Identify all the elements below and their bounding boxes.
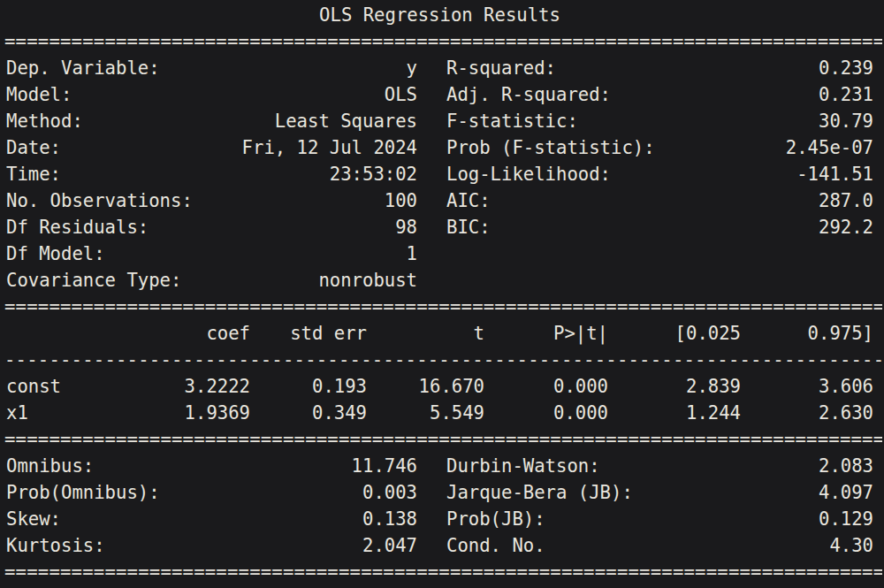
- diag-value: 11.746: [352, 453, 417, 479]
- coef-header-name: [6, 320, 121, 347]
- separator-double-bottom: ========================================…: [4, 559, 882, 585]
- diag-label: Skew:: [6, 506, 61, 532]
- coef-table-row-const: const 3.2222 0.193 16.670 0.000 2.839 3.…: [6, 373, 873, 400]
- info-label: Df Residuals:: [6, 214, 149, 241]
- diag-label: Omnibus:: [6, 453, 94, 479]
- info-row-method: Method: Least Squares F-statistic: 30.79: [6, 108, 873, 134]
- info-value: -141.51: [796, 161, 873, 187]
- coef-t: 16.670: [367, 373, 484, 400]
- info-label: Date:: [6, 134, 61, 161]
- coef-header-coef: coef: [121, 320, 250, 347]
- diag-value: 0.003: [362, 479, 417, 506]
- info-value: Least Squares: [275, 108, 417, 134]
- info-row-time: Time: 23:53:02 Log-Likelihood: -141.51: [6, 161, 873, 187]
- diag-label: Prob(JB):: [446, 506, 545, 532]
- coef-value: 1.9369: [121, 400, 250, 426]
- info-label: No. Observations:: [6, 187, 193, 214]
- diag-label: Cond. No.: [446, 532, 545, 559]
- info-row-dep-variable: Dep. Variable: y R-squared: 0.239: [6, 55, 873, 81]
- coef-table-header-row: coef std err t P>|t| [0.025 0.975]: [6, 320, 873, 347]
- diag-value: 4.30: [829, 532, 873, 559]
- info-value: 292.2: [819, 214, 873, 241]
- info-row-df-model: Df Model: 1: [6, 241, 873, 267]
- info-label: Dep. Variable:: [6, 55, 160, 81]
- diag-label: Kurtosis:: [6, 532, 105, 559]
- info-row-date: Date: Fri, 12 Jul 2024 Prob (F-statistic…: [6, 134, 873, 161]
- ols-summary-report: OLS Regression Results =================…: [0, 0, 884, 588]
- diag-value: 0.129: [819, 506, 873, 532]
- info-value: OLS: [385, 81, 417, 108]
- diag-row-omnibus: Omnibus: 11.746 Durbin-Watson: 2.083: [6, 453, 873, 479]
- info-value: 23:53:02: [330, 161, 417, 187]
- info-label: Adj. R-squared:: [446, 81, 611, 108]
- info-label: Model:: [6, 81, 72, 108]
- separator-double-mid2: ========================================…: [4, 426, 882, 453]
- info-row-df-residuals: Df Residuals: 98 BIC: 292.2: [6, 214, 873, 241]
- coef-std-err: 0.349: [250, 400, 367, 426]
- diag-value: 2.083: [819, 453, 873, 479]
- coef-p: 0.000: [484, 373, 608, 400]
- coef-t: 5.549: [367, 400, 484, 426]
- coef-header-std-err: std err: [250, 320, 367, 347]
- info-label: Method:: [6, 108, 83, 134]
- info-value: 2.45e-07: [786, 134, 873, 161]
- coef-ci-high: 3.606: [741, 373, 873, 400]
- coef-name: x1: [6, 400, 121, 426]
- separator-double-mid1: ========================================…: [4, 294, 882, 320]
- info-value: 0.231: [819, 81, 873, 108]
- info-value: 1: [407, 241, 417, 267]
- coef-header-ci-low: [0.025: [608, 320, 741, 347]
- info-row-covariance-type: Covariance Type: nonrobust: [6, 267, 873, 294]
- diag-row-prob-omnibus: Prob(Omnibus): 0.003 Jarque-Bera (JB): 4…: [6, 479, 873, 506]
- info-value: 0.239: [819, 55, 873, 81]
- info-row-model: Model: OLS Adj. R-squared: 0.231: [6, 81, 873, 108]
- diag-label: Jarque-Bera (JB):: [446, 479, 633, 506]
- diag-value: 4.097: [819, 479, 873, 506]
- separator-dash: ----------------------------------------…: [4, 347, 882, 373]
- coef-name: const: [6, 373, 121, 400]
- report-title: OLS Regression Results: [6, 2, 873, 28]
- diag-value: 2.047: [362, 532, 417, 559]
- diag-label: Prob(Omnibus):: [6, 479, 160, 506]
- info-label: R-squared:: [446, 55, 556, 81]
- info-value: Fri, 12 Jul 2024: [242, 134, 417, 161]
- info-row-observations: No. Observations: 100 AIC: 287.0: [6, 187, 873, 214]
- coef-header-t: t: [367, 320, 484, 347]
- info-label: Covariance Type:: [6, 267, 181, 294]
- diag-row-skew: Skew: 0.138 Prob(JB): 0.129: [6, 506, 873, 532]
- info-label: Time:: [6, 161, 61, 187]
- info-label: AIC:: [446, 187, 491, 214]
- info-value: 30.79: [819, 108, 873, 134]
- info-label: Prob (F-statistic):: [446, 134, 655, 161]
- coef-p: 0.000: [484, 400, 608, 426]
- info-label: BIC:: [446, 214, 491, 241]
- info-value: nonrobust: [318, 267, 417, 294]
- coef-ci-low: 2.839: [608, 373, 741, 400]
- info-label: Df Model:: [6, 241, 105, 267]
- info-label: Log-Likelihood:: [446, 161, 611, 187]
- coef-header-p: P>|t|: [484, 320, 608, 347]
- diag-value: 0.138: [362, 506, 417, 532]
- separator-double-top: ========================================…: [4, 28, 882, 55]
- coef-table-row-x1: x1 1.9369 0.349 5.549 0.000 1.244 2.630: [6, 400, 873, 426]
- info-label: F-statistic:: [446, 108, 578, 134]
- coef-std-err: 0.193: [250, 373, 367, 400]
- info-value: 98: [395, 214, 417, 241]
- coef-ci-high: 2.630: [741, 400, 873, 426]
- info-value: y: [407, 55, 417, 81]
- coef-header-ci-high: 0.975]: [741, 320, 873, 347]
- info-value: 287.0: [819, 187, 873, 214]
- info-value: 100: [385, 187, 417, 214]
- coef-value: 3.2222: [121, 373, 250, 400]
- diag-label: Durbin-Watson:: [446, 453, 600, 479]
- coef-ci-low: 1.244: [608, 400, 741, 426]
- diag-row-kurtosis: Kurtosis: 2.047 Cond. No. 4.30: [6, 532, 873, 559]
